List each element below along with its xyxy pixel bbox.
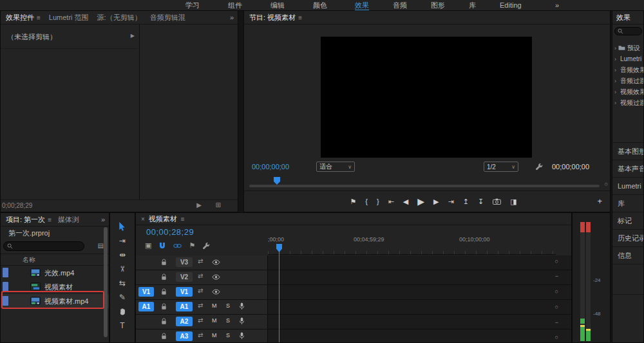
- workspace-tab-editing-en[interactable]: Editing: [500, 1, 522, 10]
- chevron-right-icon[interactable]: ›: [614, 78, 616, 84]
- play-audio-icon[interactable]: ▶: [196, 201, 202, 209]
- sync-lock-icon[interactable]: ⇄: [198, 257, 203, 264]
- lock-icon[interactable]: [160, 259, 167, 266]
- tab-project[interactable]: 项目: 第一次 ≡: [6, 215, 52, 225]
- go-to-in-button[interactable]: ⇤: [388, 198, 394, 205]
- search-box[interactable]: [3, 241, 84, 251]
- lock-icon[interactable]: [160, 273, 167, 281]
- step-back-button[interactable]: ◀: [403, 198, 408, 205]
- panel-menu-icon[interactable]: ≡: [298, 14, 302, 21]
- type-tool[interactable]: T: [110, 319, 135, 333]
- meter-clip-indicator[interactable]: [586, 222, 591, 232]
- workspace-tab-color[interactable]: 颜色: [313, 1, 327, 10]
- program-scrubber[interactable]: [249, 185, 600, 187]
- chevron-right-icon[interactable]: ›: [614, 67, 616, 73]
- project-scrollbar[interactable]: [104, 227, 108, 337]
- source-patch-button[interactable]: V1: [138, 287, 154, 297]
- sync-lock-icon[interactable]: ⇄: [198, 287, 203, 294]
- effects-bin[interactable]: › 预设: [612, 42, 643, 53]
- program-playhead[interactable]: [274, 177, 280, 185]
- close-icon[interactable]: ×: [141, 216, 145, 223]
- panel-menu-icon[interactable]: ≡: [48, 216, 52, 223]
- workspace-tab-assembly[interactable]: 组件: [228, 1, 242, 10]
- lock-icon[interactable]: [160, 288, 167, 295]
- track-target-button[interactable]: A1: [176, 302, 193, 311]
- lift-button[interactable]: ↥: [463, 198, 469, 205]
- tab-essential-graphics[interactable]: 基本图形: [612, 143, 643, 160]
- tab-sequence[interactable]: 视频素材: [149, 214, 177, 224]
- mark-out-button[interactable]: }: [377, 198, 379, 205]
- meter-clip-indicator[interactable]: [580, 222, 585, 232]
- ripple-edit-tool[interactable]: ⇹: [110, 248, 135, 262]
- source-patch-button[interactable]: A1: [138, 302, 154, 311]
- export-frame-camera-icon[interactable]: [493, 198, 501, 205]
- button-editor-plus[interactable]: +: [597, 196, 602, 206]
- tab-history[interactable]: 历史记录: [612, 230, 643, 247]
- chevron-right-icon[interactable]: ›: [614, 100, 616, 106]
- sync-lock-icon[interactable]: ⇄: [198, 302, 203, 309]
- workspace-tab-editing-cn[interactable]: 编辑: [270, 1, 285, 10]
- selection-tool[interactable]: [110, 219, 135, 234]
- tab-effects[interactable]: 效果: [616, 13, 630, 23]
- search-input[interactable]: [15, 242, 82, 252]
- solo-button[interactable]: S: [226, 302, 230, 309]
- track-resize-handle-icon[interactable]: ○: [555, 258, 558, 264]
- tab-audio-clip-mixer[interactable]: 音频剪辑混: [150, 13, 185, 23]
- sync-lock-icon[interactable]: ⇄: [198, 272, 203, 279]
- track-content[interactable]: [268, 255, 571, 270]
- workspace-tab-audio[interactable]: 音频: [393, 1, 407, 10]
- panel-menu-icon[interactable]: ≡: [37, 14, 41, 21]
- settings-wrench-icon[interactable]: [535, 163, 543, 171]
- timeline-timecode[interactable]: 00;00;28;29: [146, 227, 194, 237]
- tab-info[interactable]: 信息: [612, 247, 643, 264]
- effects-bin[interactable]: › 音频效果: [612, 64, 643, 75]
- track-content[interactable]: [268, 315, 571, 329]
- workspace-overflow-icon[interactable]: »: [555, 1, 559, 10]
- track-content[interactable]: [268, 300, 571, 314]
- solo-button[interactable]: S: [226, 317, 230, 324]
- solo-button[interactable]: S: [226, 332, 230, 338]
- mute-button[interactable]: M: [212, 332, 217, 338]
- program-current-timecode[interactable]: 00;00;00;00: [252, 163, 289, 171]
- comparison-view-button[interactable]: ◨: [510, 198, 516, 205]
- workspace-tab-learning[interactable]: 学习: [185, 1, 200, 10]
- mute-button[interactable]: M: [212, 317, 217, 324]
- tab-lumetri-scopes[interactable]: Lumetri 范围: [49, 13, 89, 23]
- sync-lock-icon[interactable]: ⇄: [198, 331, 203, 338]
- track-select-tool[interactable]: ⇥: [110, 234, 135, 248]
- lock-icon[interactable]: [160, 303, 167, 310]
- track-resize-handle-icon[interactable]: ○: [555, 334, 558, 340]
- effects-bin[interactable]: › 音频过渡: [612, 75, 643, 86]
- tab-media-browser[interactable]: 媒体浏: [58, 215, 79, 225]
- search-box[interactable]: [614, 27, 642, 35]
- slip-tool[interactable]: ⇆: [110, 276, 135, 290]
- panel-menu-icon[interactable]: ≡: [181, 216, 185, 223]
- hand-tool[interactable]: [110, 304, 135, 319]
- tab-source-monitor[interactable]: 源:（无剪辑）: [97, 13, 142, 23]
- add-marker-button[interactable]: ⚑: [350, 198, 356, 205]
- chevron-right-icon[interactable]: ›: [614, 89, 616, 95]
- track-output-eye-icon[interactable]: [212, 259, 220, 265]
- track-resize-handle-icon[interactable]: −: [555, 319, 558, 326]
- track-resize-handle-icon[interactable]: ○: [555, 288, 558, 295]
- lock-icon[interactable]: [160, 318, 167, 325]
- label-color-chip[interactable]: [3, 282, 8, 292]
- keyframe-grid-icon[interactable]: ⊞: [216, 201, 221, 209]
- voiceover-mic-icon[interactable]: [239, 302, 245, 310]
- effects-bin[interactable]: › 视频过渡: [612, 97, 643, 108]
- pen-tool[interactable]: ✎: [110, 290, 135, 304]
- go-to-out-button[interactable]: ⇥: [448, 198, 454, 205]
- track-output-eye-icon[interactable]: [212, 289, 220, 295]
- zoom-level-dropdown[interactable]: 适合 ∨: [316, 162, 355, 172]
- tab-libraries[interactable]: 库: [612, 195, 643, 212]
- sync-lock-icon[interactable]: ⇄: [198, 317, 203, 324]
- razor-tool[interactable]: ✂: [110, 262, 135, 276]
- add-marker-icon[interactable]: ⚑: [189, 241, 195, 250]
- chevron-right-icon[interactable]: ›: [614, 56, 616, 62]
- workspace-tab-effects[interactable]: 效果: [355, 1, 369, 11]
- extract-button[interactable]: ↧: [478, 198, 484, 205]
- track-target-button[interactable]: V1: [176, 287, 193, 297]
- tab-essential-sound[interactable]: 基本声音: [612, 160, 643, 178]
- project-file-name[interactable]: 第一次.prproj: [1, 227, 109, 239]
- project-item-row[interactable]: 光效.mp4: [1, 266, 109, 280]
